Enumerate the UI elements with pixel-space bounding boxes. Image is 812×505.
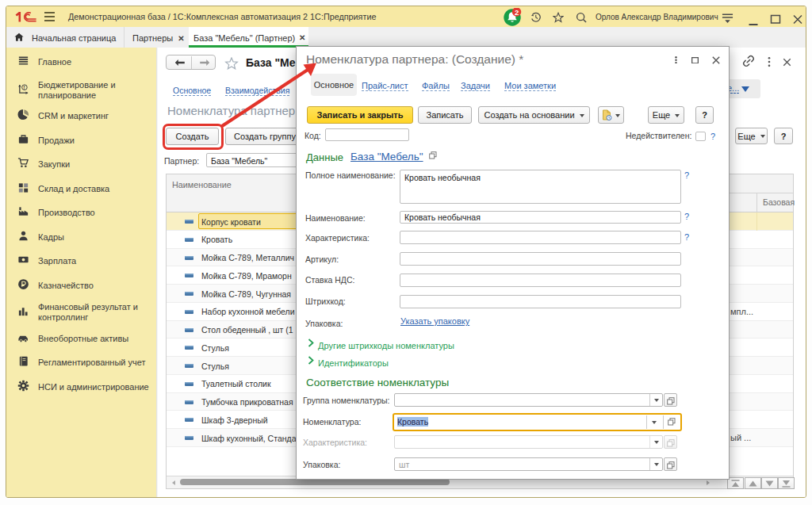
svg-text:2: 2 xyxy=(515,8,519,17)
svg-text:f: f xyxy=(24,85,25,90)
